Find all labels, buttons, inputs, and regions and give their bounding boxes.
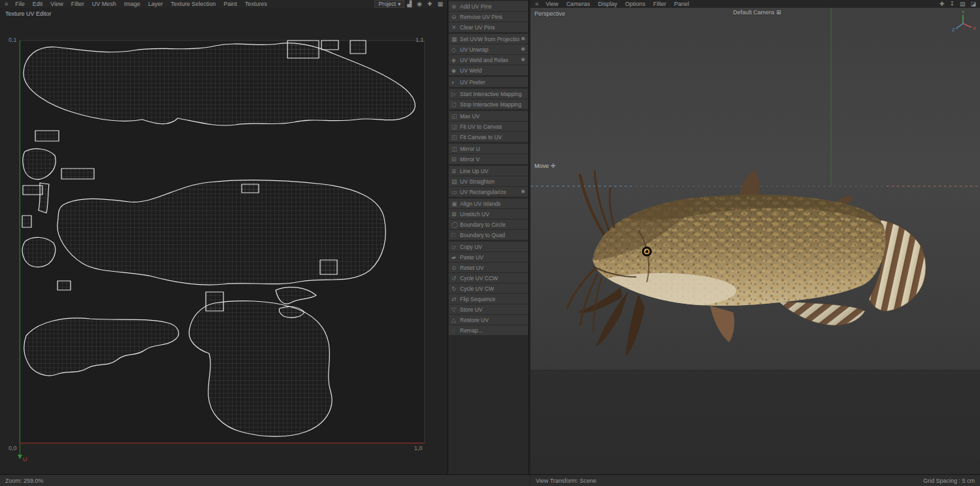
grid-spacing-label: Grid Spacing : 5 cm — [923, 478, 975, 484]
copy-uv-icon: ▱ — [451, 244, 460, 250]
command-uv-straighten[interactable]: ▤UV Straighten — [449, 176, 528, 186]
settings-gear-icon[interactable]: ✱ — [519, 46, 525, 52]
grab-hand-icon[interactable]: ✚ — [937, 1, 947, 7]
viewport-menu-options[interactable]: Options — [621, 1, 649, 7]
command-label-mirror-v: Mirror V — [460, 156, 525, 163]
command-uv-weld-and-relax[interactable]: ◈UV Weld and Relax✱ — [449, 55, 528, 65]
view-transform-label: View Transform: Scene — [536, 478, 596, 484]
line-up-uv-icon: ≣ — [451, 168, 460, 174]
command-mirror-v[interactable]: ⊟Mirror V — [449, 154, 528, 164]
command-mirror-u[interactable]: ◫Mirror U — [449, 144, 528, 154]
command-label-reset-uv: Reset UV — [460, 265, 525, 271]
viewport-menu-cameras[interactable]: Cameras — [563, 1, 595, 7]
command-label-max-uv: Max UV — [460, 113, 525, 120]
viewport-menu-view[interactable]: View — [542, 1, 562, 7]
command-start-interactive-mapping[interactable]: ▷Start Interactive Mapping — [449, 89, 528, 99]
perspective-viewport: ≡ ViewCamerasDisplayOptionsFilterPanel ✚… — [531, 0, 980, 486]
command-group: ◫Mirror U⊟Mirror V — [448, 144, 529, 164]
uv-weld-and-relax-icon: ◈ — [451, 57, 460, 63]
uv-island-rect[interactable] — [57, 281, 71, 290]
viewport-canvas[interactable] — [531, 8, 980, 474]
command-fit-canvas-to-uv[interactable]: ◰Fit Canvas to UV — [449, 132, 528, 142]
uv-island-rect[interactable] — [22, 216, 31, 227]
uv-island-rect[interactable] — [61, 169, 94, 179]
command-uv-rectangularize[interactable]: ▭UV Rectangularize✱ — [449, 187, 528, 197]
command-label-set-uvw-from-projection: Set UVW from Projection — [460, 36, 519, 42]
command-max-uv[interactable]: ◱Max UV — [449, 111, 528, 121]
uv-island-rect[interactable] — [287, 40, 319, 58]
render-download-icon[interactable]: ↧ — [947, 1, 957, 7]
command-unstitch-uv[interactable]: ⊠Unstitch UV — [449, 209, 528, 219]
command-cycle-uv-ccw[interactable]: ↺Cycle UV CCW — [449, 273, 528, 283]
command-remap[interactable]: ◌Remap... — [449, 325, 528, 335]
command-copy-uv[interactable]: ▱Copy UV — [449, 242, 528, 251]
uv-canvas[interactable] — [0, 0, 447, 486]
command-cycle-uv-cw[interactable]: ↻Cycle UV CW — [449, 284, 528, 293]
command-group: ◱Max UV◲Fit UV to Canvas◰Fit Canvas to U… — [448, 111, 529, 142]
uv-island-rect[interactable] — [206, 292, 223, 311]
perspective-label[interactable]: Perspective — [534, 10, 565, 17]
command-boundary-to-quad[interactable]: □Boundary to Quad — [449, 230, 528, 240]
command-align-uv-islands[interactable]: ▣Align UV Islands — [449, 199, 528, 208]
command-group: ▱Copy UV▰Paste UV⊙Reset UV↺Cycle UV CCW↻… — [448, 242, 529, 335]
command-stop-interactive-mapping[interactable]: ◻Stop Interactive Mapping — [449, 99, 528, 109]
command-flip-sequence[interactable]: ⇄Flip Sequence — [449, 294, 528, 304]
command-fit-uv-to-canvas[interactable]: ◲Fit UV to Canvas — [449, 122, 528, 131]
command-label-store-uv: Store UV — [460, 306, 525, 313]
flip-sequence-icon: ⇄ — [451, 296, 460, 302]
axis-gizmo[interactable]: Y Z X — [951, 9, 977, 35]
uv-island-rect[interactable] — [35, 131, 59, 141]
uv-island-rect[interactable] — [23, 186, 42, 195]
command-clear-uv-pins[interactable]: ✕Clear UV Pins — [449, 22, 528, 32]
command-set-uvw-from-projection[interactable]: ▦Set UVW from Projection✱ — [449, 34, 528, 44]
command-label-uv-weld-and-relax: UV Weld and Relax — [460, 57, 519, 63]
command-line-up-uv[interactable]: ≣Line Up UV — [449, 166, 528, 176]
hamburger-menu-icon[interactable]: ≡ — [532, 1, 542, 7]
remap-icon: ◌ — [451, 327, 460, 334]
command-label-mirror-u: Mirror U — [460, 146, 525, 152]
settings-gear-icon[interactable]: ✱ — [519, 189, 525, 195]
uv-island-rect[interactable] — [350, 40, 366, 54]
viewport-3d-scene[interactable] — [531, 8, 980, 474]
settings-gear-icon[interactable]: ✱ — [519, 57, 525, 63]
command-reset-uv[interactable]: ⊙Reset UV — [449, 263, 528, 272]
command-uv-peeler[interactable]: ◐UV Peeler — [449, 77, 528, 87]
command-label-boundary-to-quad: Boundary to Quad — [460, 232, 525, 238]
command-paste-uv[interactable]: ▰Paste UV — [449, 252, 528, 262]
paste-uv-icon: ▰ — [451, 254, 460, 261]
command-label-align-uv-islands: Align UV Islands — [460, 201, 525, 207]
cycle-uv-ccw-icon: ↺ — [451, 275, 460, 282]
camera-swap-icon[interactable]: ⊞ — [776, 9, 781, 16]
command-boundary-to-circle[interactable]: ◯Boundary to Circle — [449, 219, 528, 229]
default-camera-label[interactable]: Default Camera ⊞ — [733, 9, 781, 16]
shading-icon[interactable]: ▤ — [957, 1, 968, 7]
command-add-uv-pins[interactable]: ⊕Add UV Pins — [449, 1, 528, 11]
command-label-remap: Remap... — [460, 327, 525, 334]
command-group: ▣Align UV Islands⊠Unstitch UV◯Boundary t… — [448, 199, 529, 240]
command-label-remove-uv-pins: Remove UV Pins — [460, 14, 525, 20]
uv-island-rect[interactable] — [242, 184, 259, 193]
command-label-uv-peeler: UV Peeler — [460, 79, 525, 86]
command-label-cycle-uv-ccw: Cycle UV CCW — [460, 275, 525, 282]
viewport-menu-filter[interactable]: Filter — [649, 1, 670, 7]
command-uv-unwrap[interactable]: ◇UV Unwrap✱ — [449, 44, 528, 54]
command-remove-uv-pins[interactable]: ⊖Remove UV Pins — [449, 12, 528, 22]
viewport-menu-display[interactable]: Display — [594, 1, 621, 7]
settings-gear-icon[interactable]: ✱ — [519, 36, 525, 42]
fit-canvas-to-uv-icon: ◰ — [451, 134, 460, 140]
command-label-stop-interactive-mapping: Stop Interactive Mapping — [460, 101, 525, 108]
command-store-uv[interactable]: ▽Store UV — [449, 304, 528, 314]
command-restore-uv[interactable]: △Restore UV — [449, 315, 528, 325]
viewport-menu-panel[interactable]: Panel — [670, 1, 693, 7]
panel-layout-icon[interactable]: ◪ — [968, 1, 979, 7]
viewport-menu-items: ViewCamerasDisplayOptionsFilterPanel — [542, 1, 693, 7]
cycle-uv-cw-icon: ↻ — [451, 285, 460, 292]
command-label-uv-straighten: UV Straighten — [460, 178, 525, 185]
command-group: ◐UV Peeler — [448, 77, 529, 87]
move-tool-tooltip: Move ✛ — [534, 163, 556, 169]
command-label-unstitch-uv: Unstitch UV — [460, 211, 525, 218]
clear-uv-pins-icon: ✕ — [451, 24, 460, 31]
uv-island-rect[interactable] — [320, 260, 337, 274]
uv-island-rect[interactable] — [321, 40, 338, 50]
command-uv-weld[interactable]: ◆UV Weld — [449, 65, 528, 75]
